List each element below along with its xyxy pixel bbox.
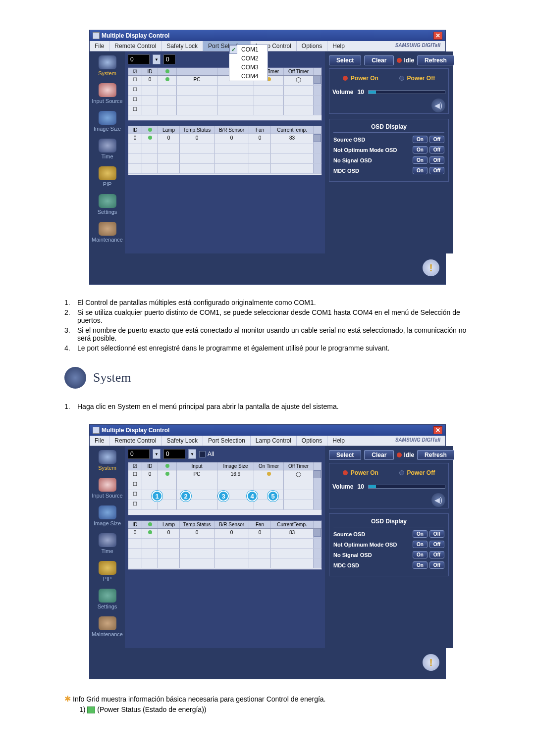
row-check[interactable]: ☐ (128, 76, 142, 85)
menu-file[interactable]: File (90, 41, 109, 51)
table-row[interactable]: ☐ 0 PC 16:9 ◯ (128, 470, 321, 480)
table-row[interactable] (128, 549, 321, 558)
scroll-thumb[interactable] (314, 76, 321, 84)
source-osd-on[interactable]: On (413, 530, 428, 538)
all-checkbox[interactable]: All (199, 451, 214, 457)
table-row[interactable] (128, 154, 321, 164)
menu-file[interactable]: File (90, 436, 109, 446)
sidebar-item-pip[interactable]: PIP (92, 561, 123, 582)
scroll-thumb[interactable] (314, 529, 321, 537)
sidebar-item-time[interactable]: Time (92, 139, 123, 159)
row-check[interactable]: ☐ (128, 470, 142, 480)
table-row[interactable] (128, 558, 321, 568)
scroll-thumb[interactable] (314, 134, 321, 142)
sidebar-item-maintenance[interactable]: Maintenance (92, 222, 123, 243)
source-osd-off[interactable]: Off (429, 530, 444, 538)
menu-options[interactable]: Options (297, 41, 327, 51)
menu-help[interactable]: Help (327, 41, 350, 51)
not-optimum-off[interactable]: Off (429, 541, 444, 548)
menu-remote-control[interactable]: Remote Control (109, 436, 161, 446)
menu-lamp-control[interactable]: Lamp Control (251, 436, 297, 446)
scrollbar-track2[interactable] (314, 134, 321, 144)
scrollbar-up2[interactable] (314, 521, 321, 528)
power-on-button[interactable]: Power On (343, 469, 378, 476)
mdc-osd-off[interactable]: Off (429, 167, 444, 174)
port-com2[interactable]: COM2 (229, 54, 268, 63)
not-optimum-on[interactable]: On (413, 541, 428, 548)
sidebar-item-image-size[interactable]: Image Size (92, 111, 123, 132)
sidebar-item-system[interactable]: System (92, 450, 123, 471)
table-row[interactable]: ☐ (128, 86, 321, 96)
sidebar-item-settings[interactable]: Settings (92, 589, 123, 609)
close-icon[interactable]: ✕ (433, 32, 442, 40)
menu-help[interactable]: Help (327, 436, 350, 446)
mdc-osd-on[interactable]: On (413, 561, 428, 569)
power-on-button[interactable]: Power On (343, 75, 378, 82)
no-signal-on[interactable]: On (413, 551, 428, 558)
dropdown-icon[interactable]: ▼ (153, 449, 160, 459)
table-row[interactable]: ☐ (128, 500, 321, 510)
dropdown-icon[interactable]: ▼ (188, 449, 196, 459)
id-to-input[interactable]: 0 (163, 54, 175, 64)
sidebar-item-system[interactable]: System (92, 55, 123, 76)
source-osd-on[interactable]: On (413, 136, 428, 143)
scrollbar-track2[interactable] (314, 529, 321, 538)
volume-slider[interactable] (368, 90, 445, 94)
select-button[interactable]: Select (329, 55, 361, 65)
table-row[interactable]: ☐ (128, 490, 321, 500)
not-optimum-off[interactable]: Off (429, 146, 444, 153)
power-off-button[interactable]: Power Off (399, 469, 435, 476)
table-row[interactable] (128, 164, 321, 174)
sidebar-item-time[interactable]: Time (92, 533, 123, 554)
menu-options[interactable]: Options (297, 436, 327, 446)
menu-port-selection[interactable]: Port Selection (203, 436, 251, 446)
no-signal-off[interactable]: Off (429, 551, 444, 558)
scrollbar-up2[interactable] (314, 126, 321, 134)
port-selection-dropdown[interactable]: ✓ COM1 COM2 COM3 COM4 (229, 45, 268, 81)
port-com1[interactable]: COM1 (237, 45, 268, 54)
clear-button[interactable]: Clear (364, 55, 394, 65)
table-row[interactable]: ☐ (128, 105, 321, 115)
clear-button[interactable]: Clear (364, 450, 394, 460)
select-button[interactable]: Select (329, 450, 361, 460)
title-bar[interactable]: Multiple Display Control ✕ (90, 425, 445, 436)
table-row[interactable]: ☐ (128, 480, 321, 490)
scrollbar-up[interactable] (314, 462, 321, 470)
sidebar-item-input-source[interactable]: Input Source (92, 478, 123, 499)
sidebar-item-image-size[interactable]: Image Size (92, 505, 123, 526)
speaker-icon[interactable]: ◀︎) (431, 99, 445, 112)
mdc-osd-off[interactable]: Off (429, 561, 444, 569)
table-row[interactable]: ☐ (128, 96, 321, 105)
not-optimum-on[interactable]: On (413, 146, 428, 153)
sidebar-item-maintenance[interactable]: Maintenance (92, 616, 123, 637)
menu-safety-lock[interactable]: Safety Lock (161, 41, 203, 51)
no-signal-off[interactable]: Off (429, 156, 444, 164)
table-row[interactable] (128, 539, 321, 549)
power-off-button[interactable]: Power Off (399, 75, 435, 82)
sidebar-item-input-source[interactable]: Input Source (92, 83, 123, 104)
menu-remote-control[interactable]: Remote Control (109, 41, 161, 51)
sidebar-item-settings[interactable]: Settings (92, 194, 123, 215)
menu-safety-lock[interactable]: Safety Lock (161, 436, 203, 446)
port-com3[interactable]: COM3 (229, 63, 268, 72)
scroll-thumb[interactable] (314, 470, 321, 478)
scrollbar-up[interactable] (314, 68, 321, 75)
dropdown-icon[interactable]: ▼ (153, 54, 160, 64)
header-check[interactable]: ☑ (128, 462, 142, 470)
volume-slider[interactable] (368, 485, 445, 489)
source-osd-off[interactable]: Off (429, 136, 444, 143)
table-row[interactable]: 0 0 0 0 0 83 (128, 529, 321, 539)
port-com4[interactable]: COM4 (229, 72, 268, 81)
id-to-input[interactable]: 0 (163, 449, 185, 459)
table-row[interactable]: ☐ 0 PC 16:9 ◯ (128, 76, 321, 86)
header-check[interactable]: ☑ (128, 68, 142, 75)
speaker-icon[interactable]: ◀︎) (431, 493, 445, 507)
refresh-button[interactable]: Refresh (417, 450, 454, 460)
title-bar[interactable]: Multiple Display Control ✕ (90, 30, 445, 41)
table-row[interactable]: 0 0 0 0 0 83 (128, 134, 321, 144)
scrollbar-track[interactable] (314, 470, 321, 480)
id-from-input[interactable]: 0 (128, 54, 150, 64)
close-icon[interactable]: ✕ (433, 426, 442, 434)
scrollbar-track[interactable] (314, 76, 321, 85)
mdc-osd-on[interactable]: On (413, 167, 428, 174)
